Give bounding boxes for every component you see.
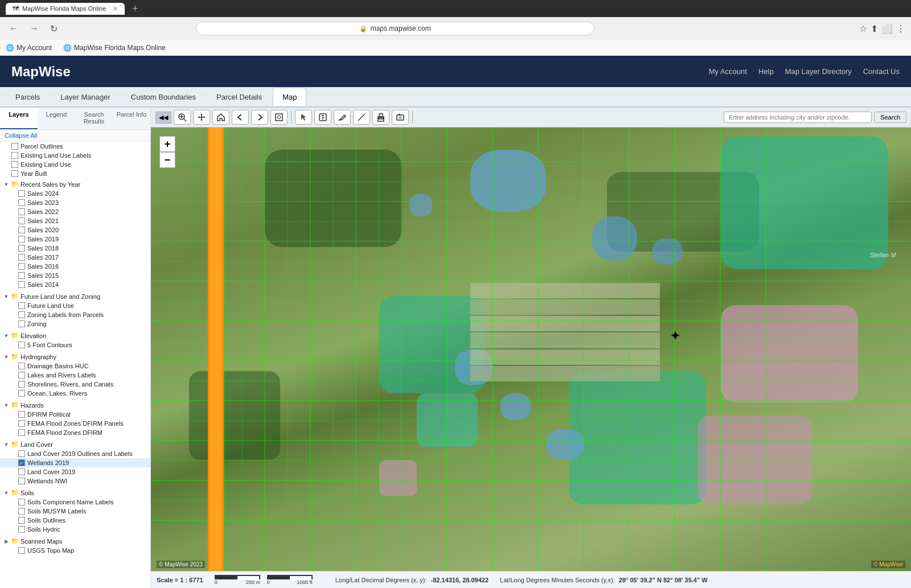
checkbox-usgs-topo-map[interactable] [18, 547, 25, 554]
nav-my-account[interactable]: My Account [709, 67, 747, 76]
layer-group-header-future-land-use[interactable]: ▼ 📁 Future Land Use and Zoning [0, 291, 150, 301]
layer-item-fema-flood-zones-dfirm[interactable]: FEMA Flood Zones DFIRM [0, 428, 150, 437]
layer-item-sales-2017[interactable]: Sales 2017 [0, 253, 150, 262]
layer-group-header-scanned-maps[interactable]: ▶ 📁 Scanned Maps [0, 536, 150, 546]
pan-tool-button[interactable] [193, 110, 210, 125]
checkbox-sales-2018[interactable] [18, 245, 25, 252]
new-tab-button[interactable]: + [128, 2, 143, 16]
layer-item-wetlands-nwi[interactable]: Wetlands NWI [0, 476, 150, 486]
checkbox-soils-musym-labels[interactable] [18, 508, 25, 515]
checkbox-wetlands-nwi[interactable] [18, 478, 25, 484]
draw-tool-button[interactable] [334, 110, 351, 125]
layer-item-zoning[interactable]: Zoning [0, 319, 150, 328]
checkbox-drainage-basins-huc[interactable] [18, 363, 25, 369]
layer-item-soils-musym-labels[interactable]: Soils MUSYM Labels [0, 507, 150, 516]
tab-map[interactable]: Map [273, 88, 306, 106]
layer-item-zoning-labels-from-parcels[interactable]: Zoning Labels from Parcels [0, 310, 150, 319]
layer-group-header-soils[interactable]: ▼ 📁 Soils [0, 488, 150, 497]
checkbox-soils-component-name-labels[interactable] [18, 499, 25, 505]
nav-help[interactable]: Help [758, 67, 774, 76]
layer-group-header-land-cover[interactable]: ▼ 📁 Land Cover [0, 439, 150, 449]
layer-item-soils-hydric[interactable]: Soils Hydric [0, 525, 150, 534]
extensions-button[interactable]: ⋮ [896, 23, 905, 34]
search-input[interactable] [724, 112, 872, 123]
collapse-all-button[interactable]: Collapse All [0, 130, 150, 142]
checkbox-lakes-and-rivers-labels[interactable] [18, 372, 25, 379]
layer-item-sales-2020[interactable]: Sales 2020 [0, 225, 150, 235]
checkbox-sales-2016[interactable] [18, 263, 25, 270]
checkbox-soils-hydric[interactable] [18, 526, 25, 533]
checkbox-fema-flood-zones-dfirm[interactable] [18, 429, 25, 436]
layer-item-sales-2023[interactable]: Sales 2023 [0, 198, 150, 207]
sidebar-tab-layers[interactable]: Layers [0, 108, 38, 129]
tab-parcel-details[interactable]: Parcel Details [207, 88, 272, 106]
layer-item-usgs-topo-map[interactable]: USGS Topo Map [0, 546, 150, 555]
checkbox-sales-2023[interactable] [18, 199, 25, 206]
nav-contact-us[interactable]: Contact Us [863, 67, 900, 76]
layer-group-header-hydrography[interactable]: ▼ 📁 Hydrography [0, 352, 150, 361]
layer-item-5-foot-contours[interactable]: 5 Foot Contours [0, 340, 150, 349]
layer-item-land-cover-2019[interactable]: Land Cover 2019 [0, 467, 150, 476]
sidebar-tab-legend[interactable]: Legend [38, 108, 75, 129]
checkbox-existing-land-use-labels[interactable] [11, 152, 18, 159]
back-button[interactable]: ← [6, 22, 22, 35]
checkbox-ocean-lakes-rivers[interactable] [18, 390, 25, 397]
nav-map-layer-dir[interactable]: Map Layer Directory [785, 67, 852, 76]
home-tool-button[interactable] [212, 110, 229, 125]
layer-item-shorelines-rivers-canals[interactable]: Shorelines, Rivers, and Canals [0, 380, 150, 389]
back-nav-tool-button[interactable] [232, 110, 249, 125]
layer-item-existing-land-use[interactable]: Existing Land Use [0, 160, 150, 169]
layer-item-sales-2016[interactable]: Sales 2016 [0, 262, 150, 271]
bookmark-my-account[interactable]: 🌐 My Account [6, 44, 52, 52]
sidebar-collapse-button[interactable]: ◀◀ [155, 112, 171, 124]
forward-button[interactable]: → [26, 22, 42, 35]
layer-item-wetlands-2019[interactable]: Wetlands 2019 [0, 458, 150, 467]
checkbox-sales-2020[interactable] [18, 227, 25, 233]
search-button[interactable]: Search [874, 112, 906, 123]
print-tool-button[interactable] [372, 110, 389, 125]
layer-item-sales-2019[interactable]: Sales 2019 [0, 235, 150, 244]
map-container[interactable]: ✦ Stellan M + − © MapWise 2023 © MapWise [151, 128, 911, 571]
checkbox-sales-2022[interactable] [18, 208, 25, 215]
bookmark-button[interactable]: ☆ [859, 23, 867, 34]
layer-item-parcel-outlines[interactable]: Parcel Outlines [0, 142, 150, 151]
layer-item-soils-component-name-labels[interactable]: Soils Component Name Labels [0, 497, 150, 507]
new-window-button[interactable]: ⬜ [881, 23, 893, 34]
map-zoom-in-button[interactable]: + [159, 136, 175, 152]
location-marker[interactable]: ✦ [670, 328, 681, 344]
screenshot-tool-button[interactable] [392, 110, 409, 125]
checkbox-future-land-use[interactable] [18, 302, 25, 309]
checkbox-sales-2014[interactable] [18, 281, 25, 288]
layer-group-header-recent-sales[interactable]: ▼ 📁 Recent Sales by Year [0, 179, 150, 189]
checkbox-soils-outlines[interactable] [18, 517, 25, 524]
layer-item-sales-2024[interactable]: Sales 2024 [0, 189, 150, 198]
forward-nav-tool-button[interactable] [251, 110, 268, 125]
layer-item-drainage-basins-huc[interactable]: Drainage Basins HUC [0, 361, 150, 371]
tab-close-icon[interactable]: ✕ [113, 5, 118, 13]
checkbox-sales-2019[interactable] [18, 236, 25, 242]
reload-button[interactable]: ↻ [47, 22, 61, 35]
identify-tool-button[interactable] [314, 110, 331, 125]
bookmark-mapwise[interactable]: 🌐 MapWise Florida Maps Online [63, 44, 166, 52]
checkbox-sales-2024[interactable] [18, 190, 25, 197]
sidebar-tab-parcel-info[interactable]: Parcel Info [113, 108, 150, 129]
checkbox-shorelines-rivers-canals[interactable] [18, 381, 25, 388]
layer-item-sales-2014[interactable]: Sales 2014 [0, 280, 150, 289]
layer-item-land-cover-2019-outlines-labels[interactable]: Land Cover 2019 Outlines and Labels [0, 449, 150, 458]
share-button[interactable]: ⬆ [871, 23, 878, 34]
layer-item-sales-2022[interactable]: Sales 2022 [0, 207, 150, 216]
layer-item-future-land-use[interactable]: Future Land Use [0, 301, 150, 310]
select-tool-button[interactable] [295, 110, 312, 125]
sidebar-tab-search-results[interactable]: Search Results [75, 108, 113, 129]
zoom-extent-tool-button[interactable] [270, 110, 288, 125]
app-logo[interactable]: MapWise [11, 64, 709, 80]
active-browser-tab[interactable]: 🗺 MapWise Florida Maps Online ✕ [6, 3, 125, 15]
checkbox-zoning[interactable] [18, 320, 25, 327]
measure-tool-button[interactable] [353, 110, 370, 125]
checkbox-dfirm-political[interactable] [18, 411, 25, 418]
layer-item-sales-2015[interactable]: Sales 2015 [0, 271, 150, 280]
tab-layer-manager[interactable]: Layer Manager [51, 88, 120, 106]
layer-item-ocean-lakes-rivers[interactable]: Ocean, Lakes, Rivers [0, 389, 150, 398]
layer-item-soils-outlines[interactable]: Soils Outlines [0, 516, 150, 525]
layer-item-sales-2021[interactable]: Sales 2021 [0, 216, 150, 225]
